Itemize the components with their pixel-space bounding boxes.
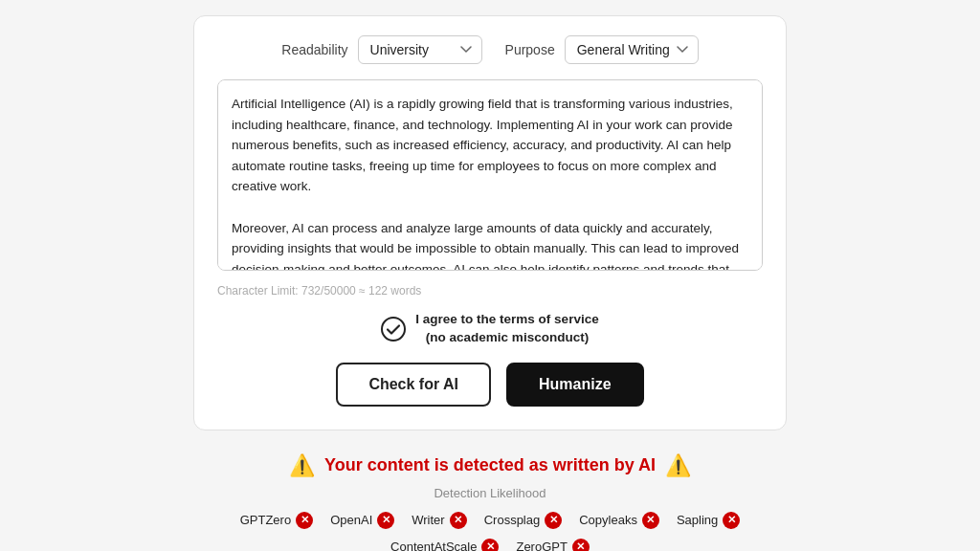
terms-text: I agree to the terms of service(no acade… bbox=[415, 311, 598, 347]
detection-section: ⚠️ Your content is detected as written b… bbox=[193, 453, 787, 551]
detector-name: OpenAI bbox=[330, 513, 372, 527]
content-textarea[interactable]: Artificial Intelligence (AI) is a rapidl… bbox=[217, 79, 763, 271]
buttons-row: Check for AI Humanize bbox=[217, 363, 763, 407]
detector-name: ContentAtScale bbox=[390, 540, 477, 551]
readability-label: Readability bbox=[281, 42, 347, 57]
detector-flagged-icon: ✕ bbox=[545, 512, 562, 529]
readability-select[interactable]: University High School Middle School Ele… bbox=[358, 35, 482, 64]
detector-flagged-icon: ✕ bbox=[642, 512, 659, 529]
detector-flagged-icon: ✕ bbox=[572, 539, 590, 551]
detectors-row: GPTZero✕OpenAI✕Writer✕Crossplag✕Copyleak… bbox=[193, 512, 787, 551]
detector-item: GPTZero✕ bbox=[240, 512, 313, 529]
detection-likelihood-label: Detection Likelihood bbox=[193, 486, 787, 500]
detector-flagged-icon: ✕ bbox=[481, 539, 499, 551]
detector-item: ZeroGPT✕ bbox=[516, 539, 589, 551]
readability-group: Readability University High School Middl… bbox=[281, 35, 481, 64]
detector-name: GPTZero bbox=[240, 513, 291, 527]
terms-check-icon bbox=[381, 317, 406, 342]
detector-item: OpenAI✕ bbox=[330, 512, 394, 529]
detector-item: ContentAtScale✕ bbox=[390, 539, 499, 551]
detector-name: Copyleaks bbox=[579, 513, 637, 527]
detector-flagged-icon: ✕ bbox=[723, 512, 740, 529]
detector-item: Crossplag✕ bbox=[484, 512, 563, 529]
detector-flagged-icon: ✕ bbox=[450, 512, 467, 529]
detector-flagged-icon: ✕ bbox=[296, 512, 313, 529]
humanize-button[interactable]: Humanize bbox=[506, 363, 644, 407]
terms-row: I agree to the terms of service(no acade… bbox=[217, 311, 763, 347]
svg-point-0 bbox=[382, 318, 405, 341]
purpose-group: Purpose General Writing Essay Article Ma… bbox=[505, 35, 699, 64]
detector-name: Sapling bbox=[677, 513, 718, 527]
detector-name: ZeroGPT bbox=[516, 540, 567, 551]
detector-name: Writer bbox=[412, 513, 444, 527]
purpose-select[interactable]: General Writing Essay Article Marketing bbox=[565, 35, 699, 64]
purpose-label: Purpose bbox=[505, 42, 555, 57]
alert-icon-left: ⚠️ bbox=[289, 453, 315, 478]
dropdowns-row: Readability University High School Middl… bbox=[217, 35, 763, 64]
detection-alert-text: Your content is detected as written by A… bbox=[324, 455, 656, 475]
main-card: Readability University High School Middl… bbox=[193, 15, 787, 430]
detector-flagged-icon: ✕ bbox=[377, 512, 394, 529]
char-limit-text: Character Limit: 732/50000 ≈ 122 words bbox=[217, 284, 763, 298]
alert-icon-right: ⚠️ bbox=[665, 453, 691, 478]
detector-name: Crossplag bbox=[484, 513, 541, 527]
detector-item: Writer✕ bbox=[412, 512, 466, 529]
detector-item: Copyleaks✕ bbox=[579, 512, 659, 529]
detector-item: Sapling✕ bbox=[677, 512, 740, 529]
detection-alert: ⚠️ Your content is detected as written b… bbox=[193, 453, 787, 478]
check-for-ai-button[interactable]: Check for AI bbox=[336, 363, 491, 407]
